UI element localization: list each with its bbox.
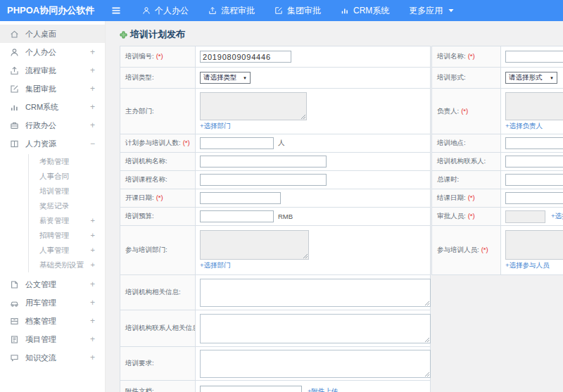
field-cell: [196, 153, 431, 171]
field-label: 培训机构名称:: [120, 153, 196, 171]
field-suffix: 人: [278, 139, 285, 148]
nav-item[interactable]: 集团审批: [265, 0, 331, 21]
field-label: 培训机构联系人相关信息:: [120, 310, 196, 347]
field-label: 计划参与培训人数:(*): [120, 134, 196, 153]
text-input[interactable]: [505, 156, 563, 167]
sidebar-item[interactable]: 档案管理+: [0, 312, 105, 330]
sidebar-subitem[interactable]: 奖惩记录: [29, 198, 105, 213]
nav-item[interactable]: 个人办公: [132, 0, 198, 21]
text-input[interactable]: [200, 156, 327, 167]
text-input[interactable]: [200, 192, 281, 204]
picker-link[interactable]: +选择负责人: [505, 122, 543, 131]
required-mark: (*): [468, 212, 475, 220]
form-row: 培训形式:请选择形式▼: [432, 68, 563, 89]
form-row: 结课日期:(*): [432, 189, 563, 208]
sidebar-subitem-label: 人事合同: [39, 172, 69, 182]
sidebar-subitem[interactable]: 考勤管理: [29, 154, 105, 169]
picker-link[interactable]: +选择参与人员: [505, 261, 550, 270]
expand-toggle-icon: +: [91, 232, 95, 239]
expand-toggle-icon: +: [91, 246, 95, 254]
picker-box[interactable]: [505, 210, 545, 223]
sidebar-item[interactable]: 流程审批+: [0, 61, 105, 80]
field-cell: [196, 189, 431, 208]
textarea[interactable]: [200, 350, 431, 378]
add-plus-icon: [120, 31, 127, 39]
sidebar-subitem[interactable]: 基础类别设置+: [29, 258, 105, 272]
textarea[interactable]: [200, 279, 431, 307]
expand-toggle-icon: +: [90, 280, 95, 289]
sidebar-item[interactable]: 行政办公+: [0, 116, 105, 134]
user-icon: [142, 6, 151, 15]
text-input[interactable]: [200, 174, 327, 186]
field-label-text: 主办部门:: [125, 107, 154, 115]
form-row: 培训要求:: [120, 347, 431, 381]
field-label: 培训编号:(*): [120, 46, 196, 68]
required-mark: (*): [156, 194, 163, 201]
sidebar-item[interactable]: 个人桌面: [0, 25, 105, 43]
form-row: 培训地点:: [432, 134, 563, 153]
select-dropdown[interactable]: 请选择类型▼: [200, 72, 251, 84]
form-row: 培训机构相关信息:: [120, 275, 431, 310]
sidebar-item[interactable]: 人力资源−: [0, 134, 105, 153]
resize-handle-icon: [301, 114, 305, 119]
sidebar-subitem[interactable]: 培训管理: [29, 184, 105, 198]
textarea[interactable]: [200, 314, 431, 343]
sidebar-item[interactable]: 个人办公+: [0, 43, 105, 61]
sidebar-item-label: 知识交流: [25, 353, 56, 363]
picker-link[interactable]: +附件上传: [308, 387, 339, 392]
expand-toggle-icon: +: [90, 335, 95, 343]
picker-box[interactable]: [505, 230, 563, 260]
sidebar-item[interactable]: 集团审批+: [0, 80, 105, 98]
field-label: 结课日期:(*): [432, 189, 501, 208]
sidebar-item[interactable]: CRM系统+: [0, 98, 105, 116]
picker-box[interactable]: [200, 92, 307, 120]
expand-toggle-icon: +: [90, 121, 95, 129]
sidebar-item[interactable]: 项目管理+: [0, 330, 105, 348]
nav-item[interactable]: 流程审批: [198, 0, 265, 21]
sidebar-item[interactable]: 用车管理+: [0, 293, 105, 312]
sidebar-subitem[interactable]: 人事管理+: [29, 243, 105, 258]
sidebar-item-label: 人力资源: [25, 139, 56, 149]
picker-box[interactable]: [200, 230, 309, 260]
sidebar-item[interactable]: 知识交流+: [0, 348, 105, 367]
text-input[interactable]: [505, 51, 563, 63]
field-label-text: 开课日期:: [125, 194, 154, 201]
nav-item-label: CRM系统: [353, 5, 389, 17]
picker-link[interactable]: +选择部门: [200, 261, 231, 270]
picker-link[interactable]: +选择审批人员: [551, 212, 563, 221]
required-mark: (*): [468, 194, 475, 201]
form-row: 总课时:: [432, 171, 563, 189]
sidebar-subitem[interactable]: 招聘管理+: [29, 228, 105, 243]
sidebar-subitem-label: 招聘管理: [39, 231, 69, 241]
sidebar-item-label: 档案管理: [25, 316, 56, 327]
text-input[interactable]: [505, 192, 563, 204]
text-input[interactable]: [505, 137, 563, 149]
text-input[interactable]: [505, 174, 563, 186]
sidebar-item-label: 集团审批: [25, 84, 56, 94]
form-row: 计划参与培训人数:(*)人: [120, 134, 431, 153]
sidebar-subitem[interactable]: 人事合同: [29, 169, 105, 184]
nav-item[interactable]: CRM系统: [331, 0, 399, 21]
text-input[interactable]: [200, 210, 274, 222]
required-mark: (*): [156, 52, 163, 60]
sidebar-subitem[interactable]: 薪资管理+: [29, 213, 105, 228]
briefcase-icon: [10, 121, 19, 130]
picker-link[interactable]: +选择部门: [200, 122, 231, 131]
nav-item[interactable]: 更多应用: [399, 0, 465, 21]
field-cell: 人: [196, 134, 431, 153]
expand-toggle-icon: +: [90, 84, 95, 93]
field-label-text: 计划参与培训人数:: [125, 139, 181, 146]
field-label: 培训机构联系人:: [432, 153, 501, 171]
training-id-input[interactable]: [200, 51, 291, 63]
menu-toggle[interactable]: [107, 5, 125, 16]
text-input[interactable]: [200, 386, 302, 392]
field-cell: [196, 171, 431, 189]
field-label: 参与培训人员:(*): [432, 226, 501, 275]
text-input[interactable]: [200, 137, 274, 149]
expand-toggle-icon: +: [90, 103, 95, 111]
sidebar-subitem-label: 奖惩记录: [39, 201, 69, 211]
picker-box[interactable]: [505, 92, 563, 120]
field-label-text: 参与培训人员:: [437, 246, 479, 253]
select-dropdown[interactable]: 请选择形式▼: [505, 72, 557, 84]
sidebar-item[interactable]: 公文管理+: [0, 275, 105, 293]
